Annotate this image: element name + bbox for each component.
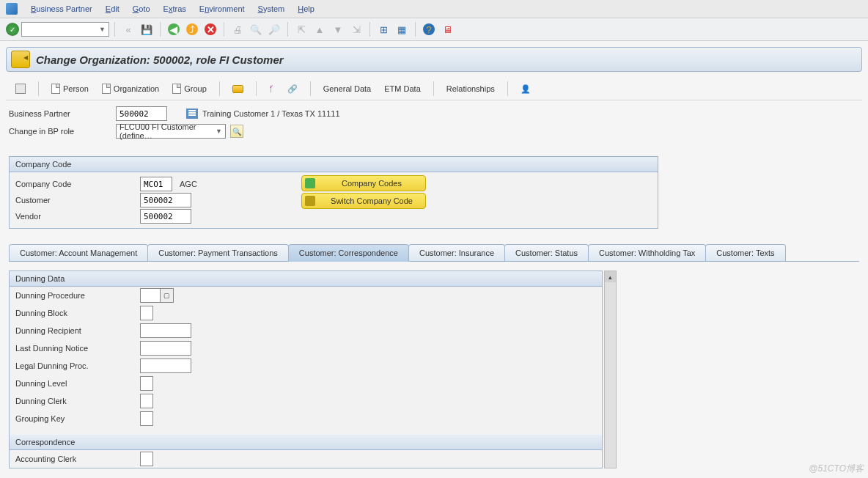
accounting-clerk-label: Accounting Clerk bbox=[15, 455, 140, 463]
toolbar-separator bbox=[224, 22, 224, 37]
grouping-key-row: Grouping Key bbox=[10, 410, 602, 427]
bp-role-label: Change in BP role bbox=[9, 127, 111, 136]
dunning-procedure-f4-button[interactable]: ▢ bbox=[161, 288, 174, 303]
menu-business-partner[interactable]: Business Partner bbox=[31, 4, 92, 13]
okcode-field[interactable]: ▼ bbox=[21, 22, 109, 37]
exit-button[interactable]: ⤴ bbox=[184, 21, 200, 37]
bp-role-row: Change in BP role FLCU00 FI Customer (de… bbox=[9, 124, 859, 139]
dunning-procedure-input[interactable] bbox=[140, 288, 161, 303]
company-code-panel: Company Code Company Code AGC Customer V… bbox=[9, 156, 658, 229]
bp-description-text: Training Customer 1 / Texas TX 11111 bbox=[202, 109, 340, 118]
relationships-button[interactable]: Relationships bbox=[441, 81, 500, 96]
customer-input[interactable] bbox=[140, 193, 191, 207]
application-toolbar: Person Organization Group ᚶ 🔗 General Da… bbox=[6, 78, 862, 100]
menu-edit[interactable]: Edit bbox=[106, 4, 119, 13]
locator-button[interactable] bbox=[10, 81, 31, 97]
find-next-button[interactable]: 🔎 bbox=[266, 21, 282, 37]
dunning-clerk-label: Dunning Clerk bbox=[15, 397, 140, 405]
general-data-button[interactable]: General Data bbox=[318, 81, 376, 96]
bp-number-row: Business Partner Training Customer 1 / T… bbox=[9, 106, 859, 121]
person-button[interactable]: Person bbox=[46, 81, 94, 97]
menu-extras[interactable]: Extras bbox=[163, 4, 186, 13]
last-dunning-notice-label: Last Dunning Notice bbox=[15, 344, 140, 353]
menubar: Business Partner Edit Goto Extras Enviro… bbox=[0, 0, 868, 18]
accounting-clerk-input[interactable] bbox=[140, 452, 153, 466]
tab-correspondence[interactable]: Customer: Correspondence bbox=[288, 244, 409, 262]
bp-role-detail-button[interactable]: 🔍 bbox=[230, 125, 243, 138]
organization-button[interactable]: Organization bbox=[97, 81, 164, 97]
menu-system[interactable]: System bbox=[258, 4, 285, 13]
last-page-button[interactable]: ⇲ bbox=[348, 21, 364, 37]
scroll-up-button[interactable]: ▴ bbox=[605, 271, 616, 282]
dunning-recipient-input[interactable] bbox=[140, 323, 191, 338]
customer-row: Customer bbox=[15, 193, 301, 207]
bp-number-input[interactable] bbox=[116, 106, 167, 121]
next-page-button[interactable]: ▼ bbox=[330, 21, 346, 37]
grouping-key-label: Grouping Key bbox=[15, 414, 140, 423]
company-code-input[interactable] bbox=[140, 177, 172, 191]
back-button[interactable]: ◀ bbox=[166, 21, 182, 37]
cancel-button[interactable]: ✕ bbox=[202, 21, 218, 37]
page-title: Change Organization: 500002, role FI Cus… bbox=[36, 54, 284, 66]
standard-toolbar: ✓ ▼ « 💾 ◀ ⤴ ✕ 🖨 🔍 🔎 ⇱ ▲ ▼ ⇲ ⊞ ▦ ? 🖥 bbox=[0, 18, 868, 41]
company-codes-button[interactable]: Company Codes bbox=[301, 175, 426, 191]
menu-goto[interactable]: Goto bbox=[133, 4, 150, 13]
tab-account-management[interactable]: Customer: Account Management bbox=[9, 244, 148, 261]
dunning-block-row: Dunning Block bbox=[10, 304, 602, 322]
content-area: Business Partner Training Customer 1 / T… bbox=[9, 106, 859, 468]
customer-label: Customer bbox=[15, 196, 140, 205]
overview-button[interactable]: 👤 bbox=[515, 81, 536, 97]
document-icon bbox=[102, 84, 111, 94]
dunning-level-input[interactable] bbox=[140, 376, 153, 391]
open-bp-button[interactable] bbox=[227, 82, 249, 96]
toggle-display-button[interactable]: ᚶ bbox=[264, 81, 279, 96]
bp-role-combo[interactable]: FLCU00 FI Customer (define… ▼ bbox=[116, 124, 226, 139]
building-icon bbox=[186, 109, 198, 119]
company-code-desc: AGC bbox=[180, 180, 197, 188]
dunning-clerk-input[interactable] bbox=[140, 394, 153, 408]
first-page-button[interactable]: ⇱ bbox=[293, 21, 309, 37]
title-bar-icon[interactable] bbox=[11, 51, 30, 68]
save-button[interactable]: 💾 bbox=[139, 21, 155, 37]
prev-page-button[interactable]: ▲ bbox=[312, 21, 328, 37]
customize-layout-button[interactable]: 🖥 bbox=[439, 21, 455, 37]
tab-insurance[interactable]: Customer: Insurance bbox=[408, 244, 505, 261]
separator bbox=[507, 81, 508, 96]
last-dunning-notice-input[interactable] bbox=[140, 341, 191, 356]
check-icon bbox=[305, 178, 315, 188]
menu-help[interactable]: Help bbox=[298, 4, 315, 13]
separator bbox=[310, 81, 311, 96]
group-button[interactable]: Group bbox=[167, 81, 212, 97]
vertical-scrollbar[interactable]: ▴ bbox=[604, 271, 617, 468]
menu-environment[interactable]: Environment bbox=[199, 4, 245, 13]
legal-dunning-proc-input[interactable] bbox=[140, 358, 191, 373]
separator bbox=[219, 81, 220, 96]
print-button[interactable]: 🖨 bbox=[229, 21, 246, 37]
tab-withholding-tax[interactable]: Customer: Withholding Tax bbox=[588, 244, 706, 261]
tab-status[interactable]: Customer: Status bbox=[504, 244, 589, 261]
vendor-input[interactable] bbox=[140, 209, 191, 224]
tab-payment-transactions[interactable]: Customer: Payment Transactions bbox=[147, 244, 289, 261]
chevron-down-icon: ▼ bbox=[216, 128, 222, 135]
document-icon bbox=[51, 84, 60, 94]
tab-texts[interactable]: Customer: Texts bbox=[705, 244, 785, 261]
switch-company-code-button-label: Switch Company Code bbox=[331, 196, 413, 205]
company-codes-button-label: Company Codes bbox=[342, 179, 402, 188]
accounting-clerk-row: Accounting Clerk bbox=[10, 450, 602, 468]
grouping-key-input[interactable] bbox=[140, 411, 153, 426]
check-button[interactable]: 🔗 bbox=[282, 81, 303, 97]
find-button[interactable]: 🔍 bbox=[248, 21, 264, 37]
dunning-level-label: Dunning Level bbox=[15, 379, 140, 388]
tabs: Customer: Account Management Customer: P… bbox=[9, 243, 859, 262]
history-back-button[interactable]: « bbox=[120, 21, 136, 37]
detail-content: Dunning Data Dunning Procedure ▢ Dunning… bbox=[9, 271, 603, 468]
help-button[interactable]: ? bbox=[421, 21, 437, 37]
vendor-label: Vendor bbox=[15, 212, 140, 221]
enter-button[interactable]: ✓ bbox=[6, 23, 19, 36]
last-dunning-notice-row: Last Dunning Notice bbox=[10, 339, 602, 357]
new-session-button[interactable]: ⊞ bbox=[375, 21, 391, 37]
etm-data-button[interactable]: ETM Data bbox=[379, 81, 426, 96]
dunning-block-input[interactable] bbox=[140, 306, 153, 320]
switch-company-code-button[interactable]: Switch Company Code bbox=[301, 193, 426, 209]
layout-button[interactable]: ▦ bbox=[394, 21, 410, 37]
